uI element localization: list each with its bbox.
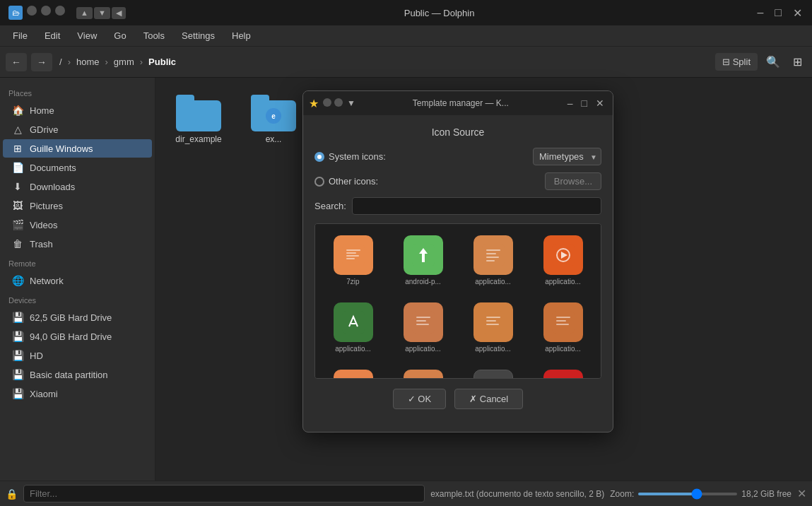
menu-settings[interactable]: Settings (175, 28, 222, 44)
sidebar-item-hd1[interactable]: 💾 62,5 GiB Hard Drive (3, 308, 152, 326)
menu-go[interactable]: Go (107, 28, 133, 44)
icon-item-app3[interactable]: applicatio... (321, 297, 385, 358)
basic-partition-label: Basic data partition (30, 370, 108, 380)
7zip-icon-svg (342, 244, 365, 266)
app2-icon-box (543, 235, 583, 275)
modal-dot2[interactable] (334, 98, 343, 107)
sidebar: Places 🏠 Home △ GDrive ⊞ Guille Windows … (0, 78, 155, 481)
filter-input[interactable] (23, 485, 425, 502)
sidebar-item-downloads[interactable]: ⬇ Downloads (3, 177, 152, 196)
maximize-button[interactable] (55, 6, 65, 16)
titlebar-minimize-button[interactable]: – (753, 6, 767, 20)
file-item-dir-example[interactable]: dir_example (167, 89, 230, 150)
sidebar-item-pictures[interactable]: 🖼 Pictures (3, 196, 152, 215)
other-icons-label[interactable]: Other icons: (314, 176, 539, 187)
sidebar-item-basic-partition[interactable]: 💾 Basic data partition (3, 365, 152, 384)
view-toggle-button[interactable]: ⊞ (789, 52, 806, 71)
svg-rect-8 (486, 253, 496, 254)
menu-view[interactable]: View (70, 28, 104, 44)
icon-item-app7[interactable]: applicatio... (321, 364, 385, 379)
system-icons-radio[interactable] (314, 152, 324, 162)
breadcrumb-home[interactable]: home (73, 55, 102, 69)
icon-item-app5[interactable]: applicatio... (461, 297, 525, 358)
icon-item-app9[interactable]: applicatio... (461, 364, 525, 379)
modal-close-button[interactable]: ✕ (593, 98, 607, 109)
app7-svg (342, 378, 365, 379)
places-section-label: Places (0, 83, 155, 100)
svg-rect-27 (342, 378, 365, 379)
close-button[interactable] (27, 6, 37, 16)
icon-item-app6[interactable]: applicatio... (531, 297, 595, 358)
modal-body: Icon Source System icons: Mimetypes (303, 115, 613, 432)
split-button[interactable]: ⊟ Split (715, 53, 758, 71)
sidebar-item-gdrive[interactable]: △ GDrive (3, 120, 152, 139)
file-item-ex[interactable]: e ex... (242, 89, 305, 150)
documents-label: Documents (30, 163, 76, 173)
app4-icon-box (404, 302, 443, 342)
icon-item-android-p[interactable]: android-p... (391, 230, 455, 291)
close-filter-button[interactable]: ✕ (797, 487, 806, 500)
icon-item-app2[interactable]: applicatio... (531, 230, 595, 291)
menu-file[interactable]: File (6, 28, 35, 44)
icon-item-7zip[interactable]: 7zip (321, 230, 385, 291)
videos-label: Videos (30, 220, 58, 230)
search-row: Search: (314, 197, 601, 215)
icon-item-app8[interactable]: applicatio... (391, 364, 455, 379)
app9-icon-box (473, 370, 513, 379)
search-button[interactable]: 🔍 (762, 52, 784, 71)
sidebar-item-network[interactable]: 🌐 Network (3, 271, 152, 290)
devices-section-label: Devices (0, 290, 155, 307)
modal-maximize-button[interactable]: □ (579, 98, 590, 109)
minimize-button[interactable] (41, 6, 51, 16)
app10-svg (552, 378, 575, 379)
titlebar-close-button[interactable]: ✕ (789, 6, 806, 20)
cancel-button[interactable]: ✗ Cancel (454, 389, 523, 409)
svg-rect-15 (412, 311, 435, 334)
hd-icon: 💾 (11, 350, 24, 361)
browse-button[interactable]: Browse... (545, 172, 601, 190)
forward-button[interactable]: → (31, 53, 52, 71)
system-icons-label[interactable]: System icons: (314, 151, 527, 162)
zoom-slider[interactable] (638, 493, 737, 495)
sidebar-item-xiaomi[interactable]: 💾 Xiaomi (3, 384, 152, 403)
scroll-down-button[interactable]: ▼ (94, 7, 110, 19)
breadcrumb-root[interactable]: / (57, 55, 65, 69)
window-buttons: – □ ✕ (753, 6, 806, 20)
menu-help[interactable]: Help (225, 28, 258, 44)
hd2-icon: 💾 (11, 331, 24, 342)
titlebar-maximize-button[interactable]: □ (770, 6, 786, 20)
svg-rect-18 (416, 324, 429, 325)
back-button[interactable]: ← (6, 53, 27, 71)
modal-titlebar-dots: ▼ (323, 98, 357, 108)
sidebar-item-videos[interactable]: 🎬 Videos (3, 216, 152, 234)
other-icons-radio[interactable] (314, 177, 324, 187)
other-icons-row: Other icons: Browse... (314, 172, 601, 190)
menu-edit[interactable]: Edit (37, 28, 67, 44)
icon-item-app4[interactable]: applicatio... (391, 297, 455, 358)
sidebar-item-documents[interactable]: 📄 Documents (3, 158, 152, 177)
search-input[interactable] (352, 197, 601, 215)
sidebar-item-hd[interactable]: 💾 HD (3, 346, 152, 365)
icon-item-app10[interactable]: applicatio... (531, 364, 595, 379)
breadcrumb-current[interactable]: Public (146, 55, 179, 69)
icon-grid: 7zip android-p... (314, 223, 601, 379)
scroll-up-button[interactable]: ▲ (76, 7, 93, 19)
pictures-label: Pictures (30, 201, 63, 211)
app3-svg (342, 311, 365, 334)
sidebar-item-hd2[interactable]: 💾 94,0 GiB Hard Drive (3, 327, 152, 346)
mimetypes-dropdown[interactable]: Mimetypes (533, 148, 601, 165)
modal-dot1[interactable] (323, 98, 331, 107)
sidebar-item-trash[interactable]: 🗑 Trash (3, 235, 152, 253)
ok-button[interactable]: ✓ OK (393, 389, 446, 409)
modal-minimize-button[interactable]: – (565, 98, 576, 109)
sidebar-item-guille-windows[interactable]: ⊞ Guille Windows (3, 139, 152, 158)
menu-tools[interactable]: Tools (136, 28, 172, 44)
sidebar-item-home[interactable]: 🏠 Home (3, 101, 152, 119)
gdrive-label: GDrive (30, 124, 58, 135)
icon-item-app1[interactable]: applicatio... (461, 230, 525, 291)
modal-pin-button[interactable]: ▼ (346, 98, 357, 108)
toolbar: ← → / › home › gmm › Public ⊟ Split 🔍 ⊞ (0, 47, 812, 78)
app7-icon-box (334, 370, 373, 379)
breadcrumb-gmm[interactable]: gmm (111, 55, 137, 69)
scroll-left-button[interactable]: ◀ (112, 7, 126, 19)
